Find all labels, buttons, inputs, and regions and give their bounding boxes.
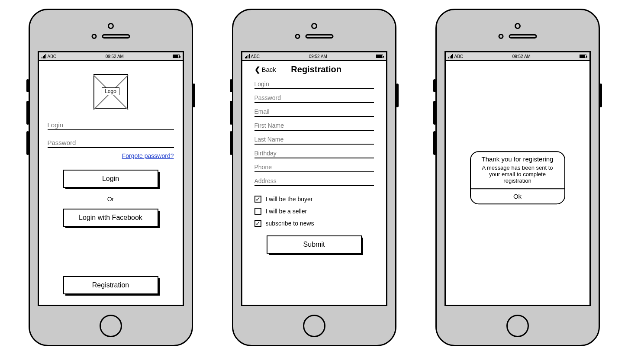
phone-speaker-icon — [102, 34, 130, 39]
phone-side-button — [230, 131, 232, 155]
phone-side-button — [193, 84, 195, 107]
phone-speaker-row — [498, 34, 537, 39]
phone-confirmation: ABC 09:52 AM Thank you for registering A… — [435, 9, 600, 346]
login-button[interactable]: Login — [63, 170, 158, 188]
dialog-title: Thank you for registering — [471, 152, 564, 164]
phone-side-button — [396, 84, 399, 107]
dialog-message: A message has been sent to your email to… — [471, 164, 564, 188]
phone-side-button — [433, 79, 436, 92]
battery-icon — [376, 55, 383, 58]
reg-password-input[interactable] — [254, 93, 374, 103]
screen-login: ABC 09:52 AM Logo Forgote password? Logi… — [38, 51, 184, 306]
phone-sensor-icon — [295, 34, 300, 39]
phone-speaker-icon — [305, 34, 333, 39]
password-input[interactable] — [48, 137, 174, 148]
phone-speaker-row — [91, 34, 130, 39]
checkbox-buyer[interactable] — [254, 196, 261, 203]
phone-speaker-row — [295, 34, 333, 39]
reg-firstname-input[interactable] — [254, 120, 374, 131]
confirmation-dialog: Thank you for registering A message has … — [470, 151, 565, 204]
phone-side-button — [26, 131, 29, 155]
signal-icon — [448, 54, 453, 58]
phone-side-button — [230, 101, 232, 125]
phone-sensor-icon — [91, 34, 97, 39]
screen-registration: ABC 09:52 AM ❮ Back Registration — [241, 51, 387, 306]
carrier-label: ABC — [454, 54, 464, 59]
battery-icon — [580, 55, 586, 58]
reg-phone-input[interactable] — [254, 162, 374, 172]
page-title: Registration — [259, 64, 374, 74]
phone-camera-icon — [515, 23, 521, 29]
reg-login-input[interactable] — [254, 79, 374, 89]
phone-camera-icon — [108, 23, 114, 29]
carrier-label: ABC — [251, 54, 260, 59]
login-facebook-button[interactable]: Login with Facebook — [63, 209, 158, 227]
phone-login: ABC 09:52 AM Logo Forgote password? Logi… — [29, 9, 193, 346]
reg-lastname-input[interactable] — [254, 134, 374, 145]
status-bar: ABC 09:52 AM — [242, 52, 386, 61]
reg-birthday-input[interactable] — [254, 148, 374, 158]
home-button[interactable] — [303, 315, 325, 337]
clock-label: 09:52 AM — [512, 54, 531, 59]
login-input[interactable] — [48, 119, 174, 130]
home-button[interactable] — [506, 315, 529, 337]
logo-placeholder: Logo — [93, 74, 128, 109]
status-bar: ABC 09:52 AM — [39, 52, 183, 61]
screen-confirmation: ABC 09:52 AM Thank you for registering A… — [444, 51, 591, 306]
submit-button[interactable]: Submit — [267, 235, 362, 254]
dialog-ok-button[interactable]: Ok — [471, 188, 564, 203]
phone-speaker-icon — [509, 34, 537, 39]
phone-side-button — [433, 131, 436, 155]
registration-button[interactable]: Registration — [63, 276, 158, 294]
checkbox-seller-label: I will be a seller — [266, 208, 307, 215]
or-separator: Or — [48, 196, 174, 203]
logo-label: Logo — [102, 87, 119, 95]
phone-side-button — [433, 101, 436, 125]
reg-address-input[interactable] — [254, 176, 374, 186]
signal-icon — [245, 54, 250, 58]
reg-email-input[interactable] — [254, 106, 374, 117]
checkbox-news-label: subscribe to news — [266, 220, 314, 227]
phone-sensor-icon — [498, 34, 503, 39]
carrier-label: ABC — [48, 54, 57, 59]
phone-side-button — [230, 79, 232, 92]
phone-side-button — [599, 84, 602, 107]
phone-camera-icon — [311, 23, 317, 29]
status-bar: ABC 09:52 AM — [446, 52, 589, 61]
checkbox-seller[interactable] — [254, 208, 261, 215]
home-button[interactable] — [100, 315, 122, 337]
checkbox-news[interactable] — [254, 220, 261, 227]
clock-label: 09:52 AM — [106, 54, 124, 59]
phone-registration: ABC 09:52 AM ❮ Back Registration — [232, 9, 396, 346]
phone-side-button — [26, 101, 29, 125]
clock-label: 09:52 AM — [309, 54, 327, 59]
signal-icon — [42, 54, 46, 58]
forgot-password-link[interactable]: Forgote password? — [48, 152, 174, 159]
phone-side-button — [26, 79, 29, 92]
checkbox-buyer-label: I will be the buyer — [266, 196, 313, 203]
battery-icon — [173, 55, 180, 58]
